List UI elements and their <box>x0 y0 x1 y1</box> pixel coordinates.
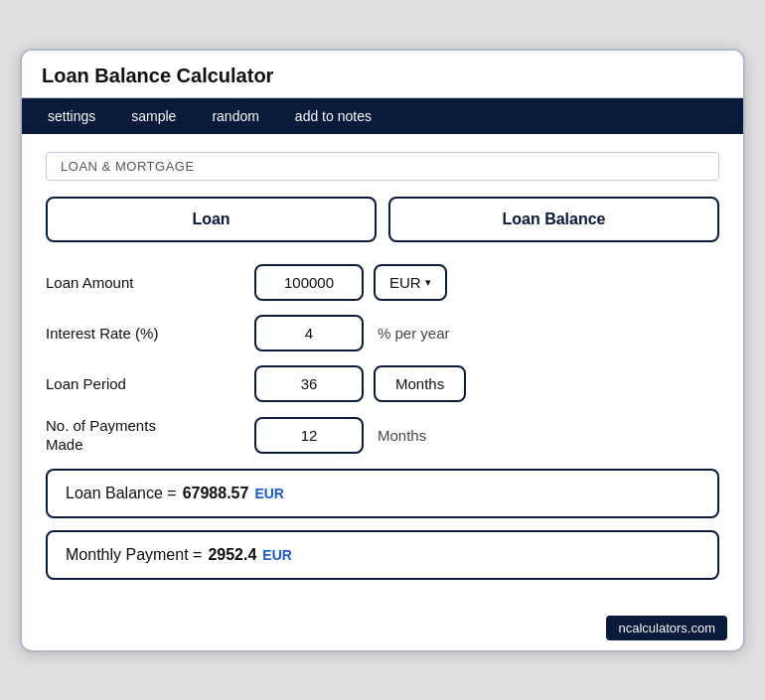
monthly-payment-label: Monthly Payment = <box>66 546 202 564</box>
loan-amount-input[interactable] <box>254 264 364 301</box>
loan-amount-label: Loan Amount <box>46 274 244 291</box>
loan-amount-row: Loan Amount EUR ▾ <box>46 264 719 301</box>
payments-made-unit: Months <box>378 427 426 444</box>
loan-balance-result: Loan Balance = 67988.57 EUR <box>46 469 719 518</box>
payments-made-input[interactable] <box>254 417 364 454</box>
calculator-card: Loan Balance Calculator settings sample … <box>20 49 745 652</box>
tab-random[interactable]: random <box>194 98 276 134</box>
tab-bar: settings sample random add to notes <box>22 98 743 134</box>
loan-balance-result-label: Loan Balance = <box>66 485 177 502</box>
footer: ncalculators.com <box>22 608 743 650</box>
tab-loan-balance[interactable]: Loan Balance <box>388 197 719 242</box>
loan-period-row: Loan Period Months <box>46 365 719 402</box>
currency-label: EUR <box>389 274 421 291</box>
interest-rate-row: Interest Rate (%) % per year <box>46 315 719 351</box>
loan-balance-value: 67988.57 <box>183 485 249 502</box>
loan-period-unit-button[interactable]: Months <box>374 365 466 402</box>
monthly-payment-currency: EUR <box>262 547 292 563</box>
interest-rate-unit: % per year <box>378 325 450 342</box>
payments-made-label: No. of Payments Made <box>46 416 244 455</box>
payments-made-row: No. of Payments Made Months <box>46 416 719 455</box>
monthly-payment-result: Monthly Payment = 2952.4 EUR <box>46 530 719 580</box>
chevron-down-icon: ▾ <box>425 276 431 289</box>
currency-dropdown[interactable]: EUR ▾ <box>374 264 447 301</box>
tab-add-to-notes[interactable]: add to notes <box>277 98 389 134</box>
title-bar: Loan Balance Calculator <box>22 51 743 98</box>
tab-settings[interactable]: settings <box>30 98 113 134</box>
page-title: Loan Balance Calculator <box>42 65 273 86</box>
tab-sample[interactable]: sample <box>113 98 194 134</box>
loan-period-input[interactable] <box>254 365 364 402</box>
tab-loan[interactable]: Loan <box>46 197 377 242</box>
monthly-payment-value: 2952.4 <box>208 546 256 564</box>
section-label: LOAN & MORTGAGE <box>46 152 719 181</box>
calc-tabs: Loan Loan Balance <box>46 197 719 242</box>
interest-rate-input[interactable] <box>254 315 364 351</box>
brand-badge: ncalculators.com <box>606 616 727 640</box>
loan-balance-currency: EUR <box>254 486 284 501</box>
interest-rate-label: Interest Rate (%) <box>46 325 244 342</box>
loan-period-label: Loan Period <box>46 375 244 392</box>
content-area: LOAN & MORTGAGE Loan Loan Balance Loan A… <box>22 134 743 608</box>
